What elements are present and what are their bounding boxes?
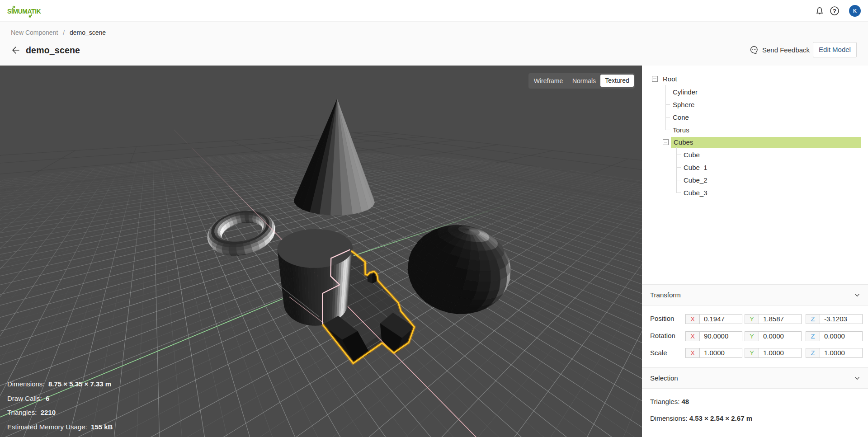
svg-text:?: ? [833, 8, 836, 14]
